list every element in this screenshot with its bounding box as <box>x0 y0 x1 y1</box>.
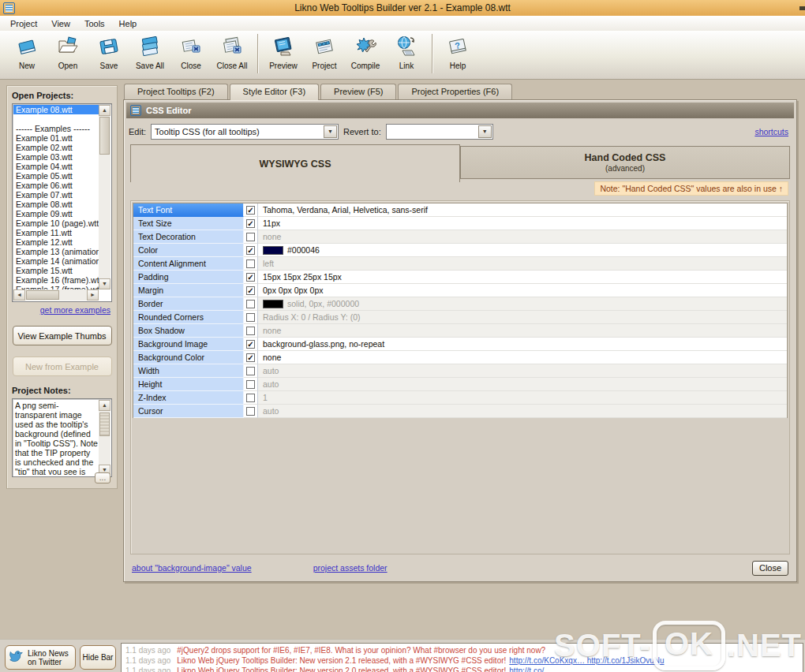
project-list-item[interactable]: Example 07.wtt <box>13 190 99 200</box>
news-link[interactable]: http://t.co/… <box>509 666 552 672</box>
notes-expand-button[interactable]: ... <box>95 472 110 483</box>
project-list-item[interactable] <box>13 114 99 124</box>
css-property-row[interactable]: Color #000046 <box>133 244 787 257</box>
property-checkbox[interactable] <box>246 353 255 362</box>
property-label[interactable]: Text Decoration <box>133 230 244 244</box>
save-button[interactable]: Save <box>88 31 129 77</box>
scroll-up-icon[interactable]: ▲ <box>99 105 110 116</box>
project-list-item[interactable]: Example 12.wtt <box>13 237 99 247</box>
property-label[interactable]: Width <box>133 364 244 378</box>
close-panel-button[interactable]: Close <box>752 561 788 576</box>
project-list-item[interactable]: Example 11.wtt <box>13 228 99 237</box>
horizontal-scrollbar[interactable]: ◄ ► <box>13 289 99 301</box>
chevron-down-icon[interactable]: ▼ <box>478 125 492 138</box>
scrollbar-thumb[interactable] <box>99 413 110 436</box>
tab-style-editor[interactable]: Style Editor (F3) <box>230 84 319 100</box>
property-checkbox[interactable] <box>246 394 255 402</box>
project-list-item[interactable]: Example 08.wtt <box>13 105 99 114</box>
property-checkbox[interactable] <box>246 300 255 308</box>
property-label[interactable]: Background Color <box>133 351 244 364</box>
close-button-toolbar[interactable]: Close <box>170 31 212 77</box>
save-all-button[interactable]: Save All <box>129 31 170 77</box>
property-checkbox[interactable] <box>246 327 255 335</box>
menu-project[interactable]: Project <box>3 17 44 30</box>
property-label[interactable]: Padding <box>133 271 244 284</box>
vertical-scrollbar[interactable]: ▲ ▼ <box>99 105 110 289</box>
property-checkbox[interactable] <box>246 259 255 268</box>
css-property-row[interactable]: Content Alignment left <box>133 257 787 271</box>
property-value[interactable]: none <box>258 351 787 364</box>
property-value[interactable]: auto <box>258 405 787 418</box>
tab-project-tooltips[interactable]: Project Tooltips (F2) <box>124 84 228 99</box>
tab-hand-coded-css[interactable]: Hand Coded CSS (advanced) <box>460 146 790 179</box>
property-label[interactable]: Rounded Corners <box>133 311 244 324</box>
revert-to-dropdown[interactable]: ▼ <box>386 124 493 140</box>
tab-preview[interactable]: Preview (F5) <box>320 84 396 99</box>
project-list-item[interactable]: Example 01.wtt <box>13 133 99 143</box>
property-value[interactable]: #000046 <box>258 244 787 257</box>
property-value[interactable]: auto <box>258 378 787 391</box>
property-value[interactable]: 1 <box>258 391 787 405</box>
property-checkbox[interactable] <box>246 367 255 375</box>
property-label[interactable]: Margin <box>133 284 244 297</box>
project-list-item[interactable]: Example 06.wtt <box>13 181 99 190</box>
help-button[interactable]: ? Help <box>437 31 478 77</box>
css-property-row[interactable]: Border solid, 0px, #000000 <box>133 297 787 311</box>
property-value[interactable]: none <box>258 230 787 244</box>
property-checkbox[interactable] <box>246 233 255 241</box>
chevron-down-icon[interactable]: ▼ <box>324 125 337 138</box>
property-checkbox[interactable] <box>246 206 255 215</box>
property-value[interactable]: background-glass.png, no-repeat <box>258 338 787 351</box>
project-list-item[interactable]: Example 02.wtt <box>13 143 99 152</box>
project-list-item[interactable]: Example 10 (page).wtt <box>13 218 99 228</box>
open-button[interactable]: Open <box>47 31 88 77</box>
likno-news-twitter-button[interactable]: Likno News on Twitter <box>5 645 76 670</box>
property-checkbox[interactable] <box>246 380 255 389</box>
hide-bar-button[interactable]: Hide Bar <box>80 645 116 670</box>
project-button[interactable]: Project <box>304 31 345 77</box>
about-background-image-link[interactable]: about "background-image" value <box>132 563 252 573</box>
property-value[interactable]: Radius X: 0 / Radius Y: (0) <box>258 311 787 324</box>
property-label[interactable]: Z-Index <box>133 391 244 405</box>
css-property-row[interactable]: Padding 15px 15px 25px 15px <box>133 271 787 284</box>
property-value[interactable]: none <box>258 324 787 338</box>
css-property-row[interactable]: Margin 0px 0px 0px 0px <box>133 284 787 297</box>
property-label[interactable]: Box Shadow <box>133 324 244 338</box>
property-value[interactable]: left <box>258 257 787 271</box>
property-value[interactable]: Tahoma, Verdana, Arial, Helvetica, sans-… <box>258 203 787 217</box>
property-checkbox[interactable] <box>246 286 255 295</box>
property-label[interactable]: Background Image <box>133 338 244 351</box>
link-button[interactable]: Link <box>386 31 427 77</box>
preview-button[interactable]: Preview <box>263 31 304 77</box>
open-projects-listbox[interactable]: Example 08.wtt------ Examples ------Exam… <box>12 103 112 302</box>
css-property-row[interactable]: Width auto <box>133 364 787 378</box>
property-checkbox[interactable] <box>246 219 255 228</box>
project-list-item[interactable]: Example 08.wtt <box>13 200 99 209</box>
close-all-button[interactable]: Close All <box>212 31 253 77</box>
property-label[interactable]: Height <box>133 378 244 391</box>
project-assets-folder-link[interactable]: project assets folder <box>313 563 388 573</box>
property-label[interactable]: Cursor <box>133 405 244 418</box>
scrollbar-thumb[interactable] <box>26 290 59 300</box>
scrollbar-thumb[interactable] <box>99 117 110 155</box>
property-value[interactable]: 11px <box>258 217 787 230</box>
property-checkbox[interactable] <box>246 313 255 322</box>
project-list-item[interactable]: Example 04.wtt <box>13 162 99 171</box>
css-property-row[interactable]: Background Image background-glass.png, n… <box>133 338 787 351</box>
css-property-row[interactable]: Cursor auto <box>133 405 787 418</box>
tab-project-properties[interactable]: Project Properties (F6) <box>398 84 512 99</box>
project-list-item[interactable]: Example 16 (frame).wtt <box>13 275 99 285</box>
scroll-left-icon[interactable]: ◄ <box>13 289 25 301</box>
property-value[interactable]: auto <box>258 364 787 378</box>
scroll-up-icon[interactable]: ▲ <box>99 400 110 411</box>
property-label[interactable]: Color <box>133 244 244 257</box>
tab-wysiwyg-css[interactable]: WYSIWYG CSS <box>130 144 460 182</box>
scroll-down-icon[interactable]: ▼ <box>99 278 110 289</box>
project-notes-textarea[interactable]: A png semi-transparent image used as the… <box>12 398 112 477</box>
project-list-item[interactable]: Example 03.wtt <box>13 152 99 162</box>
view-example-thumbs-button[interactable]: View Example Thumbs <box>13 326 112 345</box>
property-checkbox[interactable] <box>246 340 255 349</box>
get-more-examples-link[interactable]: get more examples <box>7 305 110 315</box>
project-list-item[interactable]: Example 05.wtt <box>13 171 99 181</box>
property-label[interactable]: Border <box>133 297 244 311</box>
